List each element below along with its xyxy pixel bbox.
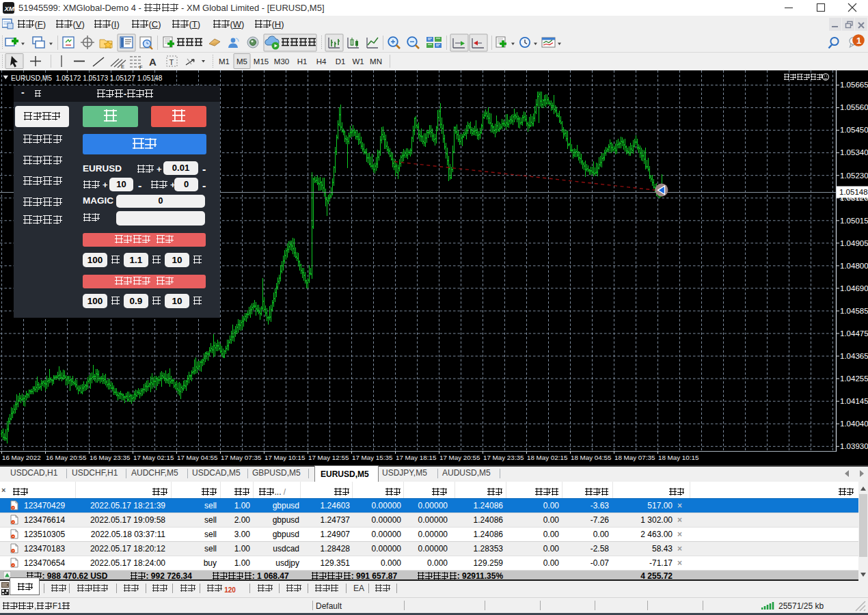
svg-text:18 May 07:35: 18 May 07:35	[614, 454, 655, 461]
svg-text:F: F	[139, 64, 143, 70]
svg-text:1.04800: 1.04800	[840, 262, 868, 270]
svg-text:EURUSD,M5 1.05172 1.05173 1.0: EURUSD,M5 1.05172 1.05173 1.05127 1.0514…	[11, 74, 163, 82]
svg-text:1.04365: 1.04365	[840, 352, 868, 360]
svg-text:18 May 10:15: 18 May 10:15	[658, 454, 699, 461]
svg-text:1.03930: 1.03930	[840, 442, 868, 450]
svg-text:17 May 10:15: 17 May 10:15	[265, 454, 306, 461]
svg-text:17 May 15:35: 17 May 15:35	[352, 454, 393, 461]
svg-text:1.04905: 1.04905	[840, 239, 868, 247]
svg-text:M30: M30	[274, 57, 289, 66]
svg-text:1.05015: 1.05015	[840, 217, 868, 225]
svg-text:1.04040: 1.04040	[840, 420, 868, 428]
svg-text:1.04585: 1.04585	[840, 307, 868, 315]
svg-text:MN: MN	[370, 57, 382, 66]
svg-text:16 May 23:35: 16 May 23:35	[90, 454, 131, 461]
svg-text:16 May 20:55: 16 May 20:55	[46, 454, 87, 461]
svg-text:17 May 12:55: 17 May 12:55	[308, 454, 349, 461]
svg-text:W1: W1	[352, 57, 364, 66]
svg-text:17 May 20:55: 17 May 20:55	[439, 454, 480, 461]
svg-text:17 May 23:35: 17 May 23:35	[483, 454, 524, 461]
svg-text:M1: M1	[219, 57, 230, 66]
svg-text:1.04475: 1.04475	[840, 329, 868, 338]
svg-text:1: 1	[856, 36, 861, 46]
svg-text:17 May 18:15: 17 May 18:15	[396, 454, 437, 461]
svg-text:H1: H1	[297, 57, 308, 66]
svg-text:17 May 04:55: 17 May 04:55	[177, 454, 218, 461]
svg-text:16 May 2022: 16 May 2022	[2, 454, 41, 461]
svg-text:1.04690: 1.04690	[840, 284, 868, 292]
svg-text:T: T	[169, 58, 174, 66]
svg-text:H4: H4	[316, 57, 327, 66]
svg-text:18 May 02:15: 18 May 02:15	[527, 454, 568, 461]
svg-text:1.05560: 1.05560	[840, 103, 868, 111]
svg-text:18 May 04:55: 18 May 04:55	[571, 454, 612, 461]
svg-text:M15: M15	[254, 57, 269, 66]
svg-text:M5: M5	[236, 57, 247, 66]
svg-text:1.05148: 1.05148	[839, 188, 868, 196]
svg-text:17 May 07:35: 17 May 07:35	[221, 454, 262, 461]
svg-text:E: E	[121, 64, 124, 70]
svg-text:17 May 02:15: 17 May 02:15	[133, 454, 174, 461]
svg-text:1.04255: 1.04255	[840, 374, 868, 383]
svg-text:1.05230: 1.05230	[840, 172, 868, 180]
svg-text:1.05340: 1.05340	[840, 148, 868, 156]
svg-text:1.04145: 1.04145	[840, 397, 868, 405]
svg-text:D1: D1	[336, 57, 346, 66]
svg-text:XM: XM	[3, 5, 14, 12]
svg-text:1.05665: 1.05665	[840, 81, 868, 89]
svg-text:1.05450: 1.05450	[840, 126, 868, 134]
svg-text:A: A	[149, 56, 157, 68]
